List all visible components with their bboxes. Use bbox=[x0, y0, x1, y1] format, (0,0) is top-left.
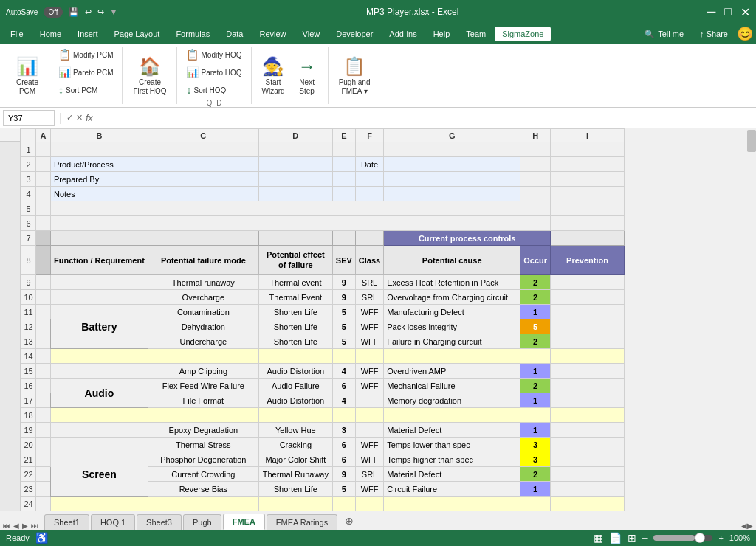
cell-d20[interactable]: Cracking bbox=[258, 438, 332, 452]
cell-e14[interactable] bbox=[332, 349, 355, 364]
cell-d9[interactable]: Thermal event bbox=[258, 275, 332, 290]
sort-pcm-button[interactable]: ↕ Sort PCM bbox=[55, 83, 100, 97]
col-header-f[interactable]: F bbox=[355, 129, 383, 142]
tabs-nav-last[interactable]: ⏭ bbox=[31, 522, 38, 530]
cell-f9[interactable]: SRL bbox=[355, 275, 383, 290]
cell-a4[interactable] bbox=[36, 187, 51, 201]
cell-c17[interactable]: File Format bbox=[148, 393, 258, 408]
cell-d17[interactable]: Audio Distortion bbox=[258, 393, 332, 408]
cell-g18[interactable] bbox=[384, 408, 520, 423]
cell-h24[interactable] bbox=[520, 497, 551, 511]
cell-f14[interactable] bbox=[355, 349, 383, 364]
cell-f1[interactable] bbox=[355, 142, 383, 157]
cell-g2[interactable] bbox=[384, 157, 520, 172]
cell-g8-cause[interactable]: Potential cause bbox=[384, 246, 520, 275]
col-header-e[interactable]: E bbox=[332, 129, 355, 142]
cell-b19[interactable] bbox=[51, 423, 148, 438]
cell-a9[interactable] bbox=[36, 275, 51, 290]
cell-h15[interactable]: 1 bbox=[520, 364, 551, 379]
cell-e22[interactable]: 9 bbox=[332, 467, 355, 482]
add-sheet-button[interactable]: ⊕ bbox=[339, 512, 360, 530]
sheet-tab-sheet1[interactable]: Sheet1 bbox=[44, 514, 89, 530]
cell-c10[interactable]: Overcharge bbox=[148, 290, 258, 305]
cell-c19[interactable]: Epoxy Degradation bbox=[148, 423, 258, 438]
cell-g11[interactable]: Manufacturing Defect bbox=[384, 305, 520, 319]
table-row-9[interactable]: 9 Thermal runaway Thermal event 9 SRL Ex… bbox=[21, 275, 625, 290]
sheet-tab-pugh[interactable]: Pugh bbox=[183, 514, 221, 530]
cell-h14[interactable] bbox=[520, 349, 551, 364]
close-btn[interactable]: ✕ bbox=[740, 5, 750, 19]
cell-i19[interactable] bbox=[551, 423, 625, 438]
cell-a18[interactable] bbox=[36, 408, 51, 423]
cell-a14[interactable] bbox=[36, 349, 51, 364]
cell-a16[interactable] bbox=[36, 379, 51, 393]
cell-d3[interactable] bbox=[258, 172, 332, 187]
cell-i3[interactable] bbox=[551, 172, 625, 187]
cell-c7[interactable] bbox=[148, 231, 258, 246]
cell-a10[interactable] bbox=[36, 290, 51, 305]
cell-a3[interactable] bbox=[36, 172, 51, 187]
cell-i13[interactable] bbox=[551, 334, 625, 349]
cell-g17[interactable]: Memory degradation bbox=[384, 393, 520, 408]
cell-e8-sev[interactable]: SEV bbox=[332, 246, 355, 275]
cell-f24[interactable] bbox=[355, 497, 383, 511]
cell-f3[interactable] bbox=[355, 172, 383, 187]
cell-g23[interactable]: Circuit Failure bbox=[384, 482, 520, 497]
cell-i16[interactable] bbox=[551, 379, 625, 393]
cell-i21[interactable] bbox=[551, 452, 625, 467]
cell-i6[interactable] bbox=[551, 216, 625, 231]
modify-hoq-button[interactable]: 📋 Modify HOQ bbox=[183, 47, 244, 62]
scroll-area[interactable]: A B C D E F G H I 1 bbox=[21, 128, 746, 511]
pareto-hoq-button[interactable]: 📊 Pareto HOQ bbox=[183, 65, 244, 80]
cell-h17[interactable]: 1 bbox=[520, 393, 551, 408]
cell-b3[interactable]: Prepared By bbox=[51, 172, 148, 187]
cell-f10[interactable]: SRL bbox=[355, 290, 383, 305]
cell-a19[interactable] bbox=[36, 423, 51, 438]
cell-g19[interactable]: Material Defect bbox=[384, 423, 520, 438]
cell-h8-occur[interactable]: Occur bbox=[520, 246, 551, 275]
cell-b21-screen[interactable]: Screen bbox=[51, 452, 148, 497]
cell-a12[interactable] bbox=[36, 319, 51, 334]
zoom-in-icon[interactable]: + bbox=[718, 533, 723, 542]
cell-h22[interactable]: 2 bbox=[520, 467, 551, 482]
menu-home[interactable]: Home bbox=[32, 27, 69, 41]
cell-c15[interactable]: Amp Clipping bbox=[148, 364, 258, 379]
sheet-tab-sheet3[interactable]: Sheet3 bbox=[137, 514, 182, 530]
cell-b8-function[interactable]: Function / Requirement bbox=[51, 246, 148, 275]
cell-d18[interactable] bbox=[258, 408, 332, 423]
cell-b14[interactable] bbox=[51, 349, 148, 364]
menu-sigmazone[interactable]: SigmaZone bbox=[495, 27, 551, 41]
cell-f21[interactable]: WFF bbox=[355, 452, 383, 467]
cell-e7[interactable] bbox=[332, 231, 355, 246]
col-header-b[interactable]: B bbox=[51, 129, 148, 142]
cell-d21[interactable]: Major Color Shift bbox=[258, 452, 332, 467]
col-header-a[interactable]: A bbox=[36, 129, 51, 142]
cell-d22[interactable]: Thermal Runaway bbox=[258, 467, 332, 482]
cell-h10[interactable]: 2 bbox=[520, 290, 551, 305]
maximize-btn[interactable]: □ bbox=[724, 5, 732, 18]
cell-e24[interactable] bbox=[332, 497, 355, 511]
cell-h16[interactable]: 2 bbox=[520, 379, 551, 393]
cell-e4[interactable] bbox=[332, 187, 355, 201]
cell-e1[interactable] bbox=[332, 142, 355, 157]
cell-g22[interactable]: Material Defect bbox=[384, 467, 520, 482]
cell-e2[interactable] bbox=[332, 157, 355, 172]
menu-developer[interactable]: Developer bbox=[329, 27, 380, 41]
table-row-20[interactable]: 20 Thermal Stress Cracking 6 WFF Temps l… bbox=[21, 438, 625, 452]
cell-d12[interactable]: Shorten Life bbox=[258, 319, 332, 334]
zoom-out-icon[interactable]: ─ bbox=[642, 533, 648, 542]
table-row-21[interactable]: 21 Screen Phosphor Degeneration Major Co… bbox=[21, 452, 625, 467]
cell-a5[interactable] bbox=[36, 201, 51, 216]
zoom-slider[interactable] bbox=[653, 535, 712, 541]
sheet-tab-fmea[interactable]: FMEA bbox=[223, 514, 265, 530]
formula-input[interactable] bbox=[96, 112, 754, 124]
cell-a22[interactable] bbox=[36, 467, 51, 482]
cell-h13[interactable]: 2 bbox=[520, 334, 551, 349]
cell-b20[interactable] bbox=[51, 438, 148, 452]
cell-g24[interactable] bbox=[384, 497, 520, 511]
cell-d2[interactable] bbox=[258, 157, 332, 172]
menu-view[interactable]: View bbox=[295, 27, 328, 41]
cell-g12[interactable]: Pack loses integrity bbox=[384, 319, 520, 334]
cell-c8-failure-mode[interactable]: Potential failure mode bbox=[148, 246, 258, 275]
cell-h4[interactable] bbox=[520, 187, 551, 201]
